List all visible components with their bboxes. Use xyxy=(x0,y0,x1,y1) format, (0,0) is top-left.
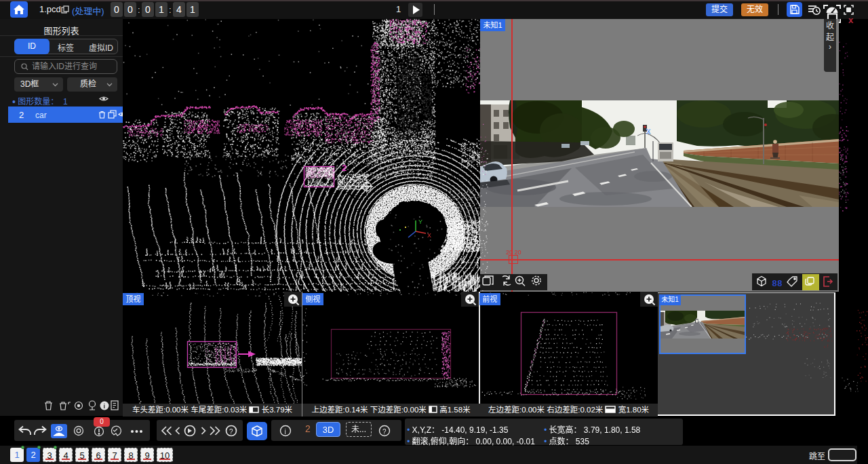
svg-text:?: ? xyxy=(382,428,387,436)
svg-text:i: i xyxy=(285,428,286,436)
svg-text:i: i xyxy=(104,403,106,410)
svg-text:88: 88 xyxy=(772,279,783,289)
svg-text:?: ? xyxy=(229,428,233,436)
